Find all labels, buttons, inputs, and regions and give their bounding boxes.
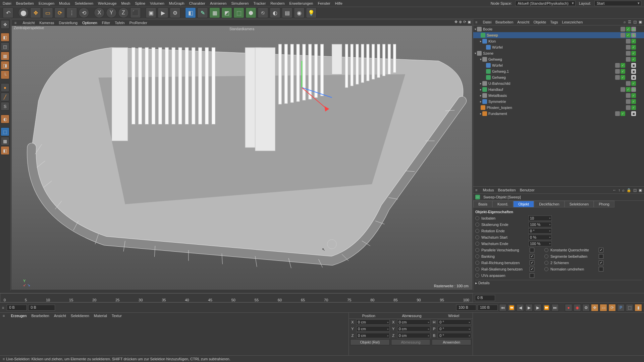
- vp-nav-icon[interactable]: ▣: [468, 20, 471, 24]
- object-name[interactable]: Klon: [488, 39, 496, 43]
- snap-toggle[interactable]: ⬚: [1, 127, 9, 136]
- object-name[interactable]: Boole: [483, 27, 492, 31]
- attr-tab[interactable]: Basis: [473, 201, 492, 207]
- object-name[interactable]: Fundament: [488, 112, 507, 116]
- tag-icon[interactable]: ✓: [631, 93, 636, 98]
- anim-dot[interactable]: [544, 261, 548, 265]
- tweak-mode[interactable]: ◐: [1, 115, 9, 123]
- tag-icon[interactable]: [615, 111, 620, 116]
- expand-icon[interactable]: ▸: [480, 40, 482, 43]
- attr-value[interactable]: 0 %: [528, 235, 552, 240]
- object-row[interactable]: ▸U-Bahnschild✓: [473, 80, 644, 86]
- key-rot[interactable]: ⟳: [608, 304, 616, 311]
- render-picture[interactable]: ▶: [158, 7, 168, 18]
- tag-icon[interactable]: [615, 69, 620, 74]
- play[interactable]: ▶: [525, 304, 533, 311]
- object-row[interactable]: ▸Fundament✓▣: [473, 111, 644, 117]
- tag-icon[interactable]: ✓: [631, 45, 636, 50]
- menu-item[interactable]: Tracker: [253, 1, 266, 5]
- layer-icon[interactable]: ▣: [639, 20, 642, 24]
- attr-menu-item[interactable]: Benutzer: [520, 188, 535, 192]
- object-tree[interactable]: ▾Boole✓●Sweep✓●▸Klon✓Würfel✓▾Szene✓▾Gehw…: [473, 25, 644, 186]
- object-row[interactable]: ▾Szene✓: [473, 50, 644, 56]
- poly-mode[interactable]: S: [1, 102, 9, 111]
- tag-icon[interactable]: ✓: [621, 69, 625, 74]
- coord-field[interactable]: 0 cm: [356, 333, 390, 338]
- tag-icon[interactable]: [626, 105, 631, 110]
- tag-icon[interactable]: ●: [631, 33, 636, 38]
- attr-checkbox[interactable]: ✓: [530, 260, 534, 265]
- select-tool[interactable]: ⬤: [18, 7, 29, 18]
- tag-icon[interactable]: ✓: [631, 99, 636, 104]
- anim-dot[interactable]: [475, 229, 479, 233]
- render-settings[interactable]: ⚙: [170, 7, 180, 18]
- object-name[interactable]: Gehweg: [488, 57, 502, 61]
- tag-icon[interactable]: [621, 33, 625, 38]
- attr-value[interactable]: 10: [528, 216, 552, 221]
- attr-checkbox[interactable]: ✓: [530, 267, 534, 272]
- object-name[interactable]: Sweep: [487, 33, 498, 37]
- tag-icon[interactable]: ✓: [631, 81, 636, 86]
- back-icon[interactable]: ←: [613, 188, 616, 192]
- object-row[interactable]: ▾Gehweg✓: [473, 56, 644, 62]
- object-row[interactable]: Würfel✓: [473, 44, 644, 50]
- mat-menu-item[interactable]: Selektieren: [71, 314, 89, 318]
- mat-menu-item[interactable]: Erzeugen: [11, 314, 26, 318]
- timeline[interactable]: 0510152025303540455055606570758085909510…: [0, 293, 644, 302]
- tag-icon[interactable]: [626, 81, 631, 86]
- expand-icon[interactable]: ▸: [480, 100, 482, 103]
- tag-icon[interactable]: [615, 63, 620, 68]
- tag-icon[interactable]: ●: [631, 87, 636, 92]
- obj-menu-item[interactable]: Bearbeiten: [495, 20, 513, 24]
- vp-nav-icon[interactable]: ✥: [454, 20, 458, 24]
- lock-icon[interactable]: 🔒: [627, 188, 631, 192]
- burger-icon[interactable]: ≡: [475, 188, 477, 192]
- anim-dot[interactable]: [475, 242, 479, 246]
- step-fwd[interactable]: ▶: [534, 304, 541, 311]
- last-tool[interactable]: ⋮: [66, 7, 77, 18]
- menu-item[interactable]: Rendern: [270, 1, 284, 5]
- point-mode[interactable]: ●: [1, 83, 9, 92]
- anim-dot[interactable]: [475, 248, 479, 252]
- timeline-stop[interactable]: 100 B: [456, 305, 476, 311]
- node-space-dropdown[interactable]: Aktuell (Standard/Physikalisch): [515, 1, 576, 6]
- x-axis-lock[interactable]: X: [94, 7, 105, 18]
- menu-item[interactable]: Fenster: [318, 1, 330, 5]
- step-back-key[interactable]: ⏪: [508, 304, 515, 311]
- coord-mode2[interactable]: Abmessung: [391, 339, 431, 345]
- object-row[interactable]: Gehweg.1✓▣: [473, 68, 644, 74]
- cube-primitive[interactable]: ◧: [185, 7, 196, 18]
- search-icon[interactable]: ⌕: [622, 188, 625, 192]
- object-name[interactable]: Würfel: [492, 45, 503, 49]
- texture-mode[interactable]: ◫: [1, 42, 9, 51]
- tag-icon[interactable]: [626, 39, 631, 44]
- vp-nav-icon[interactable]: ⊕: [459, 20, 462, 24]
- vp-menu-item[interactable]: Ansicht: [22, 21, 35, 25]
- anim-dot[interactable]: [475, 267, 479, 271]
- generator-subdiv[interactable]: ▦: [209, 7, 220, 18]
- anim-dot[interactable]: [475, 235, 479, 239]
- anim-dot[interactable]: [544, 254, 548, 258]
- attr-checkbox[interactable]: [599, 267, 603, 272]
- tag-icon[interactable]: ▣: [631, 63, 636, 68]
- mat-menu-item[interactable]: Ansicht: [54, 314, 66, 318]
- layout-dropdown[interactable]: Start: [594, 1, 641, 6]
- coord-apply[interactable]: Anwenden: [432, 339, 471, 345]
- menu-item[interactable]: Werkzeuge: [98, 1, 116, 5]
- anim-dot[interactable]: [475, 261, 479, 265]
- timeline-current[interactable]: 0 B: [28, 305, 55, 311]
- object-name[interactable]: Würfel: [492, 63, 503, 67]
- tag-icon[interactable]: ✓: [631, 57, 636, 62]
- rotate-tool[interactable]: ⟳: [54, 7, 65, 18]
- obj-menu-item[interactable]: Tags: [550, 20, 558, 24]
- tag-icon[interactable]: ✓: [621, 75, 625, 80]
- mat-menu-item[interactable]: Material: [94, 314, 107, 318]
- expand-icon[interactable]: ▾: [475, 27, 476, 31]
- model-mode[interactable]: ◧: [1, 33, 9, 42]
- attr-checkbox[interactable]: ✓: [599, 248, 603, 252]
- object-row[interactable]: Pfosten_kopien✓: [473, 105, 644, 111]
- coord-field[interactable]: 0 °: [438, 333, 471, 338]
- tag-icon[interactable]: [626, 45, 631, 50]
- attr-checkbox[interactable]: [530, 248, 534, 252]
- attr-value[interactable]: 100 %: [528, 241, 552, 246]
